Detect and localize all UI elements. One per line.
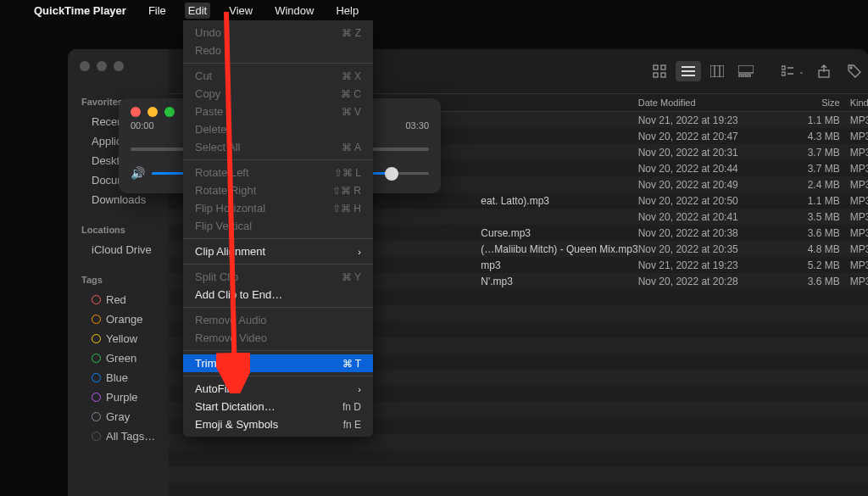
sidebar-tag-yellow[interactable]: Yellow	[68, 329, 169, 348]
window-controls	[80, 61, 124, 71]
menu-item-label: Remove Audio	[195, 314, 267, 326]
file-kind: MP3 audio	[850, 147, 868, 159]
qt-time-elapsed: 00:00	[131, 120, 154, 131]
qt-zoom-icon[interactable]	[164, 107, 175, 117]
sidebar-tag-all[interactable]: All Tags…	[68, 426, 169, 446]
menu-item-label: Redo	[195, 44, 221, 57]
submenu-arrow-icon: ›	[358, 247, 361, 257]
qt-time-remaining: 03:30	[405, 120, 429, 131]
menu-item-trim[interactable]: Trim…⌘ T	[183, 354, 373, 372]
file-date: Nov 20, 2022 at 20:41	[638, 211, 791, 223]
view-list-icon[interactable]	[676, 61, 701, 81]
col-header-size[interactable]: Size	[791, 98, 850, 108]
col-header-kind[interactable]: Kind	[850, 98, 868, 108]
tag-dot-icon	[92, 412, 101, 421]
menu-item-label: Delete	[195, 123, 227, 136]
sidebar-tag-blue[interactable]: Blue	[68, 368, 169, 387]
submenu-arrow-icon: ›	[358, 384, 361, 394]
file-size: 3.6 MB	[791, 227, 850, 239]
file-size: 3.5 MB	[791, 211, 850, 223]
sidebar-header-tags: Tags	[68, 270, 169, 290]
menu-help[interactable]: Help	[332, 3, 362, 19]
file-kind: MP3 audio	[850, 195, 868, 207]
volume-icon[interactable]: 🔊	[131, 166, 145, 180]
menu-shortcut: ⌘ X	[342, 70, 361, 82]
menu-shortcut: ⌘ Y	[342, 271, 361, 283]
close-window-icon[interactable]	[80, 61, 90, 71]
view-gallery-icon[interactable]	[733, 61, 759, 81]
group-by-icon[interactable]: ⌄	[781, 61, 806, 81]
tags-icon[interactable]	[842, 61, 867, 81]
view-switcher	[647, 61, 759, 81]
tag-dot-icon	[92, 315, 101, 324]
menu-item-split-clip: Split Clip⌘ Y	[183, 268, 373, 286]
sidebar-tag-purple[interactable]: Purple	[68, 387, 169, 407]
sidebar-tag-green[interactable]: Green	[68, 348, 169, 368]
menu-item-cut: Cut⌘ X	[183, 67, 373, 85]
menu-item-label: Paste	[195, 105, 223, 118]
file-kind: MP3 audio	[850, 211, 868, 223]
menu-item-start-dictation[interactable]: Start Dictation…fn D	[183, 398, 373, 415]
menu-edit[interactable]: Edit	[185, 3, 210, 19]
menu-item-copy: Copy⌘ C	[183, 85, 373, 103]
menu-shortcut: ⌘ C	[341, 88, 361, 100]
menu-view[interactable]: View	[225, 3, 256, 19]
file-date: Nov 20, 2022 at 20:49	[638, 179, 791, 191]
volume-thumb-icon[interactable]	[385, 167, 398, 181]
file-date: Nov 21, 2022 at 19:23	[638, 114, 791, 126]
menu-window[interactable]: Window	[271, 3, 317, 19]
file-size: 5.2 MB	[791, 259, 850, 271]
qt-close-icon[interactable]	[131, 107, 141, 117]
menu-item-emoji-symbols[interactable]: Emoji & Symbolsfn E	[183, 415, 373, 433]
menu-separator	[183, 159, 373, 160]
menu-item-label: Add Clip to End…	[195, 288, 282, 301]
svg-rect-5	[682, 70, 695, 72]
menu-item-autofill[interactable]: AutoFill›	[183, 380, 373, 398]
table-row-empty	[169, 450, 868, 466]
menu-item-clip-alignment[interactable]: Clip Alignment›	[183, 242, 373, 260]
sidebar-tag-gray[interactable]: Gray	[68, 407, 169, 426]
share-icon[interactable]	[811, 61, 837, 81]
menu-item-flip-vertical: Flip Vertical	[183, 217, 373, 235]
svg-rect-7	[710, 65, 724, 77]
file-size: 1.1 MB	[791, 114, 850, 126]
menubar-app-name[interactable]: QuickTime Player	[31, 3, 130, 19]
menu-shortcut: fn E	[343, 419, 361, 431]
menu-shortcut: ⌘ T	[342, 358, 361, 370]
svg-rect-1	[661, 65, 665, 70]
svg-rect-0	[654, 65, 658, 70]
menu-file[interactable]: File	[145, 3, 170, 19]
file-kind: MP3 audio	[850, 131, 868, 142]
table-row-empty	[169, 482, 868, 496]
menu-item-flip-horizontal: Flip Horizontal⇧⌘ H	[183, 199, 373, 217]
view-grid-icon[interactable]	[647, 61, 672, 81]
menu-item-add-clip-to-end[interactable]: Add Clip to End…	[183, 286, 373, 304]
menu-shortcut: ⌘ V	[342, 106, 361, 118]
menu-item-select-all: Select All⌘ A	[183, 138, 373, 156]
sidebar-tag-orange[interactable]: Orange	[68, 309, 169, 329]
tag-dot-icon	[92, 393, 101, 402]
menu-item-label: Remove Video	[195, 332, 267, 344]
menu-separator	[183, 63, 373, 64]
menu-item-label: Copy	[195, 87, 220, 100]
sidebar-tag-red[interactable]: Red	[68, 290, 169, 309]
zoom-window-icon[interactable]	[114, 61, 124, 71]
view-columns-icon[interactable]	[704, 61, 730, 81]
tag-dot-icon	[92, 295, 101, 304]
file-kind: MP3 audio	[850, 114, 868, 126]
file-date: Nov 20, 2022 at 20:35	[638, 243, 791, 255]
file-date: Nov 20, 2022 at 20:28	[638, 276, 791, 287]
sidebar-item-icloud[interactable]: iCloud Drive	[68, 240, 169, 259]
menu-item-paste: Paste⌘ V	[183, 103, 373, 120]
minimize-window-icon[interactable]	[97, 61, 107, 71]
svg-rect-11	[739, 75, 742, 77]
tag-dot-icon	[92, 373, 101, 382]
svg-rect-2	[654, 73, 658, 77]
menu-item-label: Trim…	[195, 357, 228, 370]
qt-minimize-icon[interactable]	[147, 107, 158, 117]
menu-item-label: Rotate Right	[195, 184, 256, 197]
file-date: Nov 20, 2022 at 20:47	[638, 131, 791, 142]
menu-separator	[183, 307, 373, 308]
col-header-date[interactable]: Date Modified	[638, 98, 791, 108]
tag-dot-icon	[92, 334, 101, 343]
